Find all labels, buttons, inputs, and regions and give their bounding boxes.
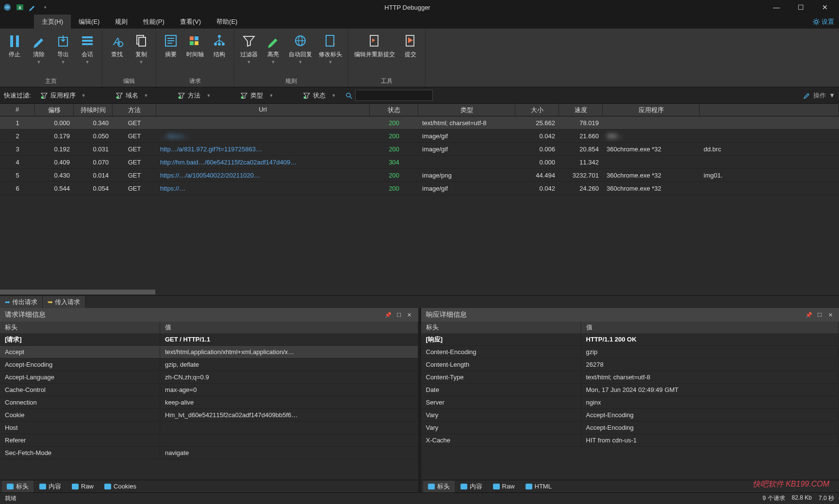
excel-icon[interactable]: X xyxy=(16,3,24,12)
pane-tab-html[interactable]: HTML xyxy=(521,481,557,491)
res-col-header[interactable]: 标头 xyxy=(421,322,581,333)
maximize-button[interactable]: ☐ xyxy=(790,0,812,15)
pane-tab-标头[interactable]: 标头 xyxy=(423,481,455,492)
grid-col-header[interactable] xyxy=(700,104,839,116)
maximize-pane-icon[interactable]: ☐ xyxy=(395,311,403,319)
pane-tab-raw[interactable]: Raw xyxy=(67,481,99,491)
header-row[interactable]: Accept-Encodinggzip, deflate xyxy=(0,358,418,371)
table-row[interactable]: 50.4300.014GEThttps://…/a/100540022/2021… xyxy=(0,169,839,182)
menu-tab-3[interactable]: 性能(P) xyxy=(135,15,172,29)
header-row[interactable]: Referer xyxy=(0,434,418,447)
header-row[interactable]: Content-Encodinggzip xyxy=(421,346,839,358)
incoming-tab[interactable]: ➥ 传入请求 xyxy=(43,296,85,309)
grid-col-header[interactable]: 类型 xyxy=(418,104,515,116)
search-input[interactable] xyxy=(355,90,433,101)
header-row[interactable]: X-CacheHIT from cdn-us-1 xyxy=(421,434,839,447)
filter-domain[interactable]: +域名▼ xyxy=(113,89,151,102)
menu-tab-5[interactable]: 帮助(E) xyxy=(209,15,245,29)
header-row[interactable]: DateMon, 17 Jun 2024 02:49:49 GMT xyxy=(421,384,839,396)
filter-method[interactable]: +方法▼ xyxy=(175,89,214,102)
pin-icon[interactable]: 📌 xyxy=(805,311,813,319)
pane-tab-内容[interactable]: 内容 xyxy=(456,481,487,492)
minimize-button[interactable]: — xyxy=(765,0,788,15)
settings-button[interactable]: 设置 xyxy=(813,17,834,26)
globe-icon xyxy=(293,33,308,49)
summary-button[interactable]: 摘要 xyxy=(159,31,182,76)
actions-button[interactable]: 操作 ▼ xyxy=(804,91,835,100)
req-col-header[interactable]: 标头 xyxy=(0,322,160,333)
grid-col-header[interactable]: 速度 xyxy=(559,104,603,116)
direction-tabs: ➦ 传出请求 ➥ 传入请求 xyxy=(0,295,839,308)
header-row[interactable]: CookieHm_lvt_d60e542115f2ca02adf147d409b… xyxy=(0,409,418,422)
close-button[interactable]: ✕ xyxy=(814,0,836,15)
pane-tab-cookies[interactable]: Cookies xyxy=(99,481,141,491)
stop-button[interactable]: 停止 xyxy=(3,31,26,76)
app-icon xyxy=(3,3,12,12)
filter-app[interactable]: +应用程序▼ xyxy=(38,89,89,102)
table-row[interactable]: 30.1920.031GEThttp…/a/831.972.gif?t=1197… xyxy=(0,143,839,156)
grid-col-header[interactable]: 应用程序 xyxy=(603,104,700,116)
header-row[interactable]: VaryAccept-Encoding xyxy=(421,422,839,434)
editheaders-button[interactable]: 修改标头▼ xyxy=(316,31,345,76)
grid-header: #偏移持续时间方法Url状态类型大小速度应用程序 xyxy=(0,104,839,116)
header-row[interactable]: Host xyxy=(0,422,418,434)
filter-label: 快速过滤: xyxy=(4,91,31,100)
pin-icon[interactable]: 📌 xyxy=(384,311,392,319)
resubmit-button[interactable]: 编辑并重新提交 xyxy=(351,31,398,76)
close-pane-icon[interactable]: ✕ xyxy=(826,311,834,319)
brush-icon[interactable] xyxy=(28,3,37,12)
grid-col-header[interactable]: Url xyxy=(156,104,370,116)
table-row[interactable]: 10.0000.340GET200text/html; charset=utf-… xyxy=(0,116,839,130)
header-row[interactable]: Servernginx xyxy=(421,396,839,409)
outgoing-tab[interactable]: ➦ 传出请求 xyxy=(0,296,43,309)
req-col-value[interactable]: 值 xyxy=(160,322,418,333)
dropdown-icon: ▼ xyxy=(139,60,144,65)
grid-col-header[interactable]: 持续时间 xyxy=(74,104,113,116)
copy-button[interactable]: 复制▼ xyxy=(130,31,153,76)
header-row[interactable]: Accepttext/html,application/xhtml+xml,ap… xyxy=(0,346,418,358)
header-row[interactable]: Cache-Controlmax-age=0 xyxy=(0,384,418,396)
grid-col-header[interactable]: 状态 xyxy=(370,104,418,116)
timeline-button[interactable]: 时间轴 xyxy=(183,31,207,76)
highlight-button[interactable]: 高亮▼ xyxy=(262,31,285,76)
filter-type[interactable]: +类型▼ xyxy=(238,89,276,102)
grid-col-header[interactable]: 大小 xyxy=(515,104,559,116)
table-row[interactable]: 60.5440.054GEThttps://…200image/gif0.042… xyxy=(0,182,839,195)
menu-tab-2[interactable]: 规则 xyxy=(107,15,135,29)
pane-tab-标头[interactable]: 标头 xyxy=(2,481,33,492)
header-row[interactable]: Connectionkeep-alive xyxy=(0,396,418,409)
grid-col-header[interactable]: 方法 xyxy=(113,104,156,116)
structure-button[interactable]: 结构 xyxy=(208,31,231,76)
filters-button[interactable]: 过滤器▼ xyxy=(237,31,261,76)
tab-icon xyxy=(72,484,79,489)
horizontal-scrollbar[interactable] xyxy=(0,289,839,295)
copy-icon xyxy=(133,33,149,49)
find-button[interactable]: A查找 xyxy=(105,31,129,76)
menu-tab-1[interactable]: 编辑(E) xyxy=(71,15,107,29)
header-row[interactable]: Accept-Languagezh-CN,zh;q=0.9 xyxy=(0,371,418,384)
clear-button[interactable]: 清除▼ xyxy=(27,31,50,76)
header-row[interactable]: VaryAccept-Encoding xyxy=(421,409,839,422)
qat-dropdown-icon[interactable]: ▾ xyxy=(41,3,49,12)
header-row[interactable]: Sec-Fetch-Modenavigate xyxy=(0,447,418,459)
table-row[interactable]: 40.4090.070GEThttp://hm.baid…/60e542115f… xyxy=(0,156,839,169)
autoreply-button[interactable]: 自动回复▼ xyxy=(286,31,315,76)
grid-col-header[interactable]: # xyxy=(0,104,35,116)
filter-status[interactable]: +状态▼ xyxy=(300,89,339,102)
grid-col-header[interactable]: 偏移 xyxy=(35,104,74,116)
res-col-value[interactable]: 值 xyxy=(581,322,839,333)
export-button[interactable]: 导出▼ xyxy=(51,31,75,76)
pane-tab-内容[interactable]: 内容 xyxy=(34,481,66,492)
maximize-pane-icon[interactable]: ☐ xyxy=(816,311,823,319)
svg-line-8 xyxy=(814,19,815,20)
header-row[interactable]: Content-Length26278 xyxy=(421,358,839,371)
sessions-button[interactable]: 会话▼ xyxy=(76,31,99,76)
close-pane-icon[interactable]: ✕ xyxy=(406,311,413,319)
menu-tab-4[interactable]: 查看(V) xyxy=(172,15,209,29)
tab-icon xyxy=(7,484,14,489)
submit-button[interactable]: 提交 xyxy=(399,31,422,76)
menu-tab-0[interactable]: 主页(H) xyxy=(34,15,71,29)
pane-tab-raw[interactable]: Raw xyxy=(488,481,520,491)
header-row[interactable]: Content-Typetext/html; charset=utf-8 xyxy=(421,371,839,384)
table-row[interactable]: 20.1790.050GET…3&cc=…200image/gif0.04221… xyxy=(0,130,839,143)
